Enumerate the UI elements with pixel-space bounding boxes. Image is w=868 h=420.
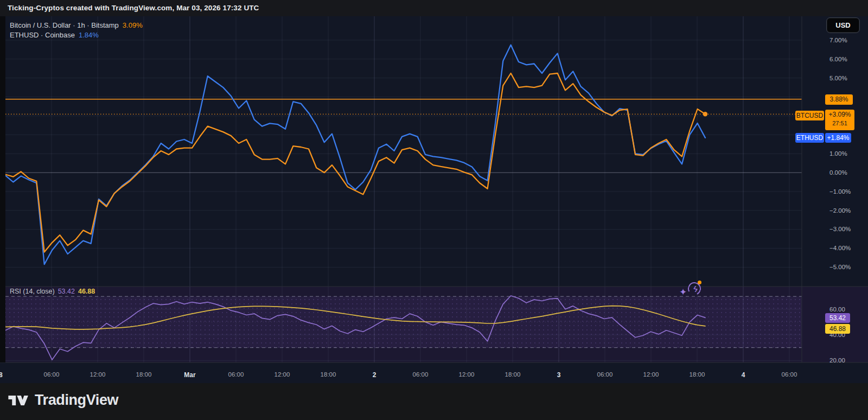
time-axis-label: 06:00	[597, 371, 613, 378]
rsi-value: 53.42	[58, 288, 75, 295]
rsi-title: RSI (14, close)	[10, 288, 55, 295]
legend-ethusd-change: 1.84%	[79, 31, 99, 39]
legend-ethusd-title: ETHUSD · Coinbase	[10, 31, 75, 39]
notification-dot	[698, 281, 701, 284]
time-axis-label: Mar	[184, 371, 195, 379]
ethusd-price-badge[interactable]: +1.84%	[825, 133, 851, 143]
btcusd-change-value: +3.09%	[825, 110, 854, 119]
ai-sparkle-button[interactable]: ✦ ϟ	[679, 280, 702, 300]
time-axis-label: 12:00	[459, 371, 475, 378]
rsi-value-badge: 53.42	[825, 313, 850, 323]
price-axis-label: 0.00%	[829, 169, 847, 176]
price-axis-label: −1.00%	[829, 188, 851, 195]
time-axis-label: 28	[0, 371, 3, 379]
legend-rsi[interactable]: RSI (14, close)53.4246.88	[10, 288, 95, 295]
legend-btcusd[interactable]: Bitcoin / U.S. Dollar · 1h · Bitstamp3.0…	[10, 21, 143, 29]
time-axis-label: 3	[557, 371, 561, 379]
ethusd-series-badge[interactable]: ETHUSD	[795, 133, 824, 143]
time-scale[interactable]: 2806:0012:0018:00Mar06:0012:0018:00206:0…	[0, 371, 802, 380]
price-axis-label: 6.00%	[829, 55, 847, 63]
sparkle-icon: ✦	[679, 287, 687, 298]
currency-toggle-button[interactable]: USD	[827, 18, 859, 33]
page-title: Ticking-Cryptos created with TradingView…	[8, 4, 259, 12]
tradingview-logo-icon	[8, 392, 29, 409]
price-axis-label: −4.00%	[829, 244, 851, 252]
price-axis-label: −2.00%	[829, 207, 851, 214]
chart-area: Bitcoin / U.S. Dollar · 1h · Bitstamp3.0…	[0, 16, 868, 383]
price-axis-label: −3.00%	[829, 225, 851, 233]
time-axis-label: 06:00	[228, 371, 244, 378]
time-axis-label: 18:00	[136, 371, 152, 378]
chart-canvas[interactable]	[0, 16, 868, 383]
time-axis-label: 12:00	[275, 371, 290, 378]
top-bar: Ticking-Cryptos created with TradingView…	[0, 0, 868, 16]
tradingview-chart-page: Ticking-Cryptos created with TradingView…	[0, 0, 868, 420]
legend-btcusd-title: Bitcoin / U.S. Dollar · 1h · Bitstamp	[10, 21, 119, 29]
tradingview-logo-text: TradingView	[35, 392, 118, 409]
btcusd-price-badge[interactable]: +3.09% 27:51	[825, 110, 854, 130]
flat-line-price-badge: 3.88%	[825, 94, 853, 105]
time-axis-label: 06:00	[413, 371, 429, 378]
price-axis-label: 5.00%	[829, 74, 847, 82]
time-axis-label: 2	[373, 371, 376, 379]
tradingview-logo-link[interactable]: TradingView	[8, 392, 118, 409]
bar-countdown: 27:51	[825, 119, 854, 128]
time-axis-label: 06:00	[44, 371, 60, 378]
time-axis-label: 18:00	[321, 371, 336, 378]
price-axis-label: 1.00%	[829, 150, 847, 157]
time-axis-label: 18:00	[505, 371, 521, 378]
legend-btcusd-change: 3.09%	[123, 21, 143, 29]
price-axis-label: 7.00%	[829, 36, 847, 44]
rsi-ma-value: 46.88	[78, 288, 95, 295]
time-axis-label: 12:00	[90, 371, 106, 378]
time-axis-label: 06:00	[782, 371, 797, 378]
time-axis-label: 4	[742, 371, 745, 379]
rsi-axis-label: 60.00	[829, 306, 845, 313]
legend-ethusd[interactable]: ETHUSD · Coinbase1.84%	[10, 31, 99, 39]
time-axis-label: 18:00	[690, 371, 705, 378]
price-axis-label: −5.00%	[829, 263, 851, 271]
rsi-axis-label: 20.00	[829, 357, 845, 364]
footer-bar: TradingView	[0, 383, 868, 420]
rsi-ma-value-badge: 46.88	[825, 324, 850, 334]
btcusd-series-badge[interactable]: BTCUSD	[795, 111, 824, 120]
time-axis-label: 12:00	[643, 371, 659, 378]
